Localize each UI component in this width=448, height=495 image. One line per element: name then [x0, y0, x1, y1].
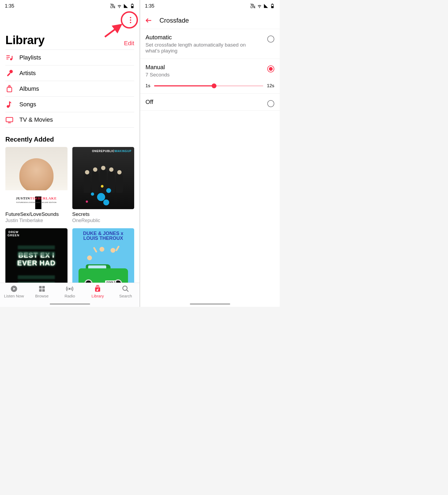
menu-label: TV & Movies [19, 116, 53, 123]
tab-label: Listen Now [4, 294, 24, 298]
volte-indicator: VoLTE [251, 3, 255, 8]
option-automatic[interactable]: Automatic Set crossfade length automatic… [140, 29, 280, 59]
more-vertical-icon [130, 17, 131, 23]
svg-point-22 [69, 288, 70, 290]
tab-label: Radio [65, 294, 75, 298]
right-screen: 1:35 VoLTE Crossfade Automatic Set cross… [140, 0, 280, 307]
svg-rect-18 [39, 286, 41, 289]
crossfade-slider[interactable] [154, 85, 263, 86]
signal-icon [123, 3, 128, 8]
battery-icon [270, 3, 275, 8]
svg-rect-1 [132, 6, 133, 8]
recently-added-header: Recently Added [0, 128, 140, 147]
album-title: Secrets [72, 211, 134, 217]
svg-point-13 [7, 105, 9, 108]
option-title: Off [145, 99, 274, 106]
album-art: DUKE & JONES xLOUIS THEROUX J1GGL3 [72, 228, 134, 290]
option-description: Set crossfade length automatically based… [145, 42, 253, 54]
mic-icon [5, 69, 13, 77]
signal-icon [264, 3, 268, 8]
menu-item-artists[interactable]: Artists [5, 65, 134, 81]
battery-icon [130, 3, 135, 8]
svg-rect-32 [272, 4, 273, 5]
menu-label: Songs [19, 101, 36, 108]
tab-search[interactable]: Search [112, 285, 140, 307]
tab-listen-now[interactable]: Listen Now [0, 285, 28, 307]
svg-rect-10 [7, 87, 12, 92]
svg-line-29 [127, 290, 129, 292]
menu-item-playlists[interactable]: Playlists [5, 50, 134, 65]
page-title: Library [5, 33, 45, 47]
note-icon [5, 100, 13, 108]
volte-indicator: VoLTE [111, 3, 115, 8]
svg-rect-21 [42, 289, 45, 292]
home-indicator[interactable] [50, 303, 90, 305]
menu-label: Artists [19, 70, 36, 77]
play-circle-icon [10, 285, 18, 293]
radio-icon [66, 285, 73, 293]
svg-point-8 [9, 70, 13, 73]
top-toolbar [0, 12, 140, 28]
settings-page-title: Crossfade [159, 17, 189, 24]
tv-icon [5, 116, 13, 124]
slider-max-label: 12s [267, 83, 274, 89]
album-item[interactable]: ONEREPUBLICWAKINGUP Secrets OneRepublic [72, 147, 134, 223]
album-art: DREW GREEN BEST EX I EVER HAD [5, 228, 67, 290]
svg-rect-2 [132, 4, 133, 5]
slider-thumb[interactable] [212, 83, 216, 88]
menu-item-tv-movies[interactable]: TV & Movies [5, 112, 134, 128]
tab-label: Search [119, 294, 132, 298]
menu-item-songs[interactable]: Songs [5, 96, 134, 112]
settings-toolbar: Crossfade [140, 12, 280, 29]
wifi-icon [257, 3, 262, 8]
edit-button[interactable]: Edit [124, 40, 134, 47]
album-art: JUSTINTIMBERLAKE FUTURESEX/LOVESOUNDS DE… [5, 147, 67, 209]
library-icon [94, 285, 101, 293]
option-description: 7 Seconds [145, 72, 253, 78]
album-item[interactable]: DREW GREEN BEST EX I EVER HAD [5, 228, 67, 290]
recently-added-grid: JUSTINTIMBERLAKE FUTURESEX/LOVESOUNDS DE… [0, 147, 140, 290]
stack-icon [5, 85, 13, 93]
menu-label: Albums [19, 85, 39, 92]
menu-label: Playlists [19, 54, 41, 61]
back-button[interactable] [145, 17, 152, 24]
svg-rect-20 [39, 289, 41, 292]
radio-unselected-icon[interactable] [267, 36, 274, 43]
search-icon [122, 285, 129, 293]
option-title: Manual [145, 64, 274, 71]
album-artist: Justin Timberlake [5, 218, 67, 223]
album-artist: OneRepublic [72, 218, 134, 223]
library-menu: Playlists Artists Albums Songs TV & Movi… [0, 50, 140, 128]
status-bar: 1:35 VoLTE [0, 0, 140, 12]
album-item[interactable]: DUKE & JONES xLOUIS THEROUX J1GGL3 [72, 228, 134, 290]
svg-rect-15 [6, 117, 13, 122]
radio-selected-icon[interactable] [267, 65, 274, 72]
option-manual[interactable]: Manual 7 Seconds 1s 12s [140, 59, 280, 94]
album-item[interactable]: JUSTINTIMBERLAKE FUTURESEX/LOVESOUNDS DE… [5, 147, 67, 223]
tab-label: Browse [35, 294, 49, 298]
status-time: 1:35 [145, 3, 154, 9]
tab-label: Library [91, 294, 104, 298]
status-bar: 1:35 VoLTE [140, 0, 280, 12]
svg-rect-9 [7, 72, 10, 76]
wifi-icon [117, 3, 122, 8]
svg-point-28 [123, 286, 127, 290]
crossfade-slider-row: 1s 12s [145, 83, 274, 89]
tab-bar: Listen Now Browse Radio Library Search [0, 283, 140, 307]
option-off[interactable]: Off [140, 94, 280, 111]
menu-item-albums[interactable]: Albums [5, 81, 134, 96]
left-screen: 1:35 VoLTE Library Edit Playlists Artist… [0, 0, 140, 307]
status-time: 1:35 [5, 3, 14, 9]
album-art-logo: DREW GREEN [8, 230, 19, 237]
option-title: Automatic [145, 34, 274, 41]
slider-min-label: 1s [145, 83, 150, 89]
radio-unselected-icon[interactable] [267, 100, 274, 107]
playlist-icon [5, 54, 13, 62]
album-art: ONEREPUBLICWAKINGUP [72, 147, 134, 209]
grid-icon [38, 285, 46, 293]
home-indicator[interactable] [190, 303, 230, 305]
svg-point-26 [97, 289, 98, 291]
svg-rect-27 [98, 288, 98, 290]
album-title: FutureSex/LoveSounds [5, 211, 67, 217]
more-menu-button[interactable] [126, 15, 135, 25]
